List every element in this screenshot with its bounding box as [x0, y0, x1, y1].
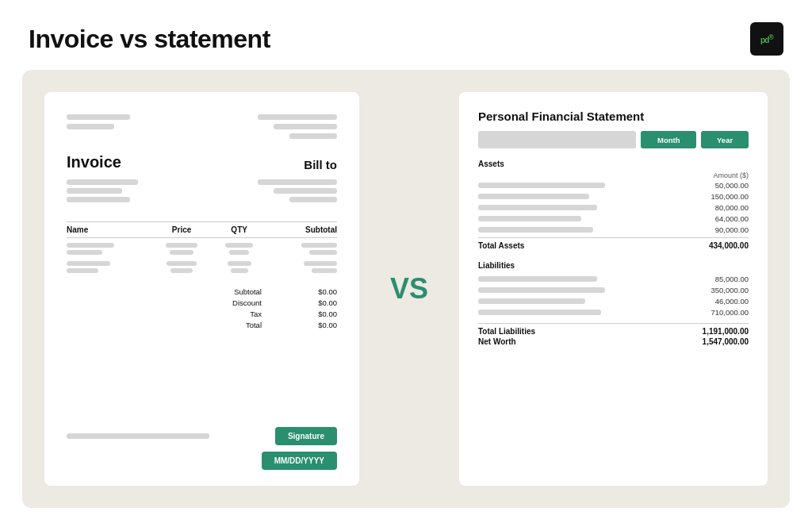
- inv-top-right: [258, 114, 337, 139]
- liability-amount: 350,000.00: [710, 286, 749, 294]
- deco-bar: [231, 268, 248, 273]
- table-row: 46,000.00: [478, 297, 749, 306]
- invoice-column-headers: Name Price QTY Subtotal: [67, 221, 337, 238]
- col-subtotal: Subtotal: [268, 225, 337, 234]
- table-row: 50,000.00: [478, 181, 749, 190]
- table-row: 80,000.00: [478, 203, 749, 212]
- statement-year-field[interactable]: Year: [701, 131, 749, 148]
- asset-amount: 90,000.00: [715, 225, 749, 234]
- row-qty-bars: [210, 243, 268, 255]
- table-row: 710,000.00: [478, 308, 749, 317]
- deco-bar: [166, 243, 197, 248]
- total-liabilities-row: Total Liabilities 1,191,000.00: [478, 323, 749, 336]
- deco-bar: [170, 268, 193, 273]
- liability-bar: [478, 298, 585, 304]
- col-qty: QTY: [210, 225, 268, 234]
- statement-card: Personal Financial Statement Month Year …: [459, 92, 768, 486]
- signature-line: [67, 433, 209, 439]
- statement-title: Personal Financial Statement: [478, 110, 749, 123]
- liability-amount: 46,000.00: [715, 297, 749, 306]
- invoice-summary: Subtotal $0.00 Discount $0.00 Tax $0.00 …: [67, 283, 337, 332]
- liability-bar: [478, 310, 601, 315]
- liability-bar: [478, 287, 605, 293]
- net-worth-row: Net Worth 1,547,000.00: [478, 337, 749, 346]
- deco-bar: [258, 114, 337, 120]
- statement-header-row: Month Year: [478, 131, 749, 148]
- table-row: 350,000.00: [478, 286, 749, 294]
- deco-bar: [274, 124, 337, 129]
- statement-name-field[interactable]: [478, 131, 636, 148]
- deco-bar: [67, 197, 130, 202]
- vs-label: VS: [381, 272, 437, 306]
- total-assets-row: Total Assets 434,000.00: [478, 237, 749, 250]
- summary-subtotal-row: Subtotal $0.00: [67, 287, 337, 296]
- asset-bar: [478, 194, 589, 199]
- liability-amount: 85,000.00: [715, 275, 749, 283]
- inv-info-left: [67, 179, 138, 202]
- deco-bar: [304, 261, 337, 266]
- total-label: Total: [246, 321, 262, 329]
- total-value: $0.00: [293, 321, 337, 329]
- deco-bar: [289, 197, 337, 202]
- invoice-rows: [67, 243, 337, 273]
- deco-bar: [67, 114, 130, 120]
- deco-bar: [67, 268, 98, 273]
- invoice-bottom: Signature MM/DD/YYYY: [67, 416, 337, 470]
- invoice-title-row: Invoice Bill to: [67, 153, 337, 171]
- row-subtotal-bars: [268, 261, 337, 273]
- discount-label: Discount: [232, 298, 262, 307]
- total-liabilities-value: 1,191,000.00: [703, 327, 749, 336]
- deco-bar: [228, 261, 251, 266]
- inv-info-bars: [67, 179, 337, 202]
- table-row: 90,000.00: [478, 225, 749, 234]
- assets-label: Assets: [478, 160, 749, 168]
- invoice-title: Invoice: [67, 153, 121, 171]
- row-qty-bars: [210, 261, 268, 273]
- row-name-bars: [67, 243, 153, 255]
- invoice-card: Invoice Bill to Name Price QTY Subtotal: [44, 92, 359, 486]
- net-worth-value: 1,547,000.00: [703, 337, 749, 346]
- table-row: [67, 243, 337, 255]
- deco-bar: [312, 268, 337, 273]
- summary-discount-row: Discount $0.00: [67, 298, 337, 307]
- assets-col-headers: Amount ($): [478, 171, 749, 179]
- deco-bar: [225, 243, 253, 248]
- asset-amount: 64,000.00: [715, 214, 749, 223]
- row-price-bars: [153, 261, 211, 273]
- asset-bar: [478, 205, 597, 210]
- signature-button[interactable]: Signature: [275, 427, 337, 445]
- inv-top-left: [67, 114, 130, 139]
- table-row: [67, 261, 337, 273]
- row-subtotal-bars: [268, 243, 337, 255]
- deco-bar: [67, 250, 102, 255]
- deco-bar: [258, 179, 337, 185]
- date-button[interactable]: MM/DD/YYYY: [262, 452, 337, 470]
- total-assets-value: 434,000.00: [709, 241, 749, 250]
- deco-bar: [229, 250, 249, 255]
- tax-value: $0.00: [293, 310, 337, 318]
- table-row: 85,000.00: [478, 275, 749, 283]
- asset-amount: 50,000.00: [715, 181, 749, 190]
- summary-total-row: Total $0.00: [67, 321, 337, 329]
- row-price-bars: [153, 243, 211, 255]
- table-row: 150,000.00: [478, 192, 749, 201]
- deco-bar: [67, 243, 114, 248]
- deco-bar: [67, 124, 114, 129]
- total-liabilities-label: Total Liabilities: [478, 327, 535, 336]
- subtotal-value: $0.00: [293, 287, 337, 296]
- deco-bar: [67, 261, 110, 266]
- deco-bar: [167, 261, 197, 266]
- asset-amount: 150,000.00: [710, 192, 749, 201]
- asset-bar: [478, 227, 593, 233]
- net-worth-label: Net Worth: [478, 337, 516, 346]
- page-title: Invoice vs statement: [29, 25, 270, 54]
- subtotal-label: Subtotal: [234, 287, 262, 296]
- deco-bar: [309, 250, 337, 255]
- statement-month-field[interactable]: Month: [641, 131, 696, 148]
- logo-text: pd®: [760, 33, 773, 44]
- bill-to-label: Bill to: [304, 158, 337, 171]
- asset-amount: 80,000.00: [715, 203, 749, 212]
- asset-bar: [478, 216, 581, 221]
- deco-bar: [170, 250, 193, 255]
- liability-amount: 710,000.00: [710, 308, 749, 317]
